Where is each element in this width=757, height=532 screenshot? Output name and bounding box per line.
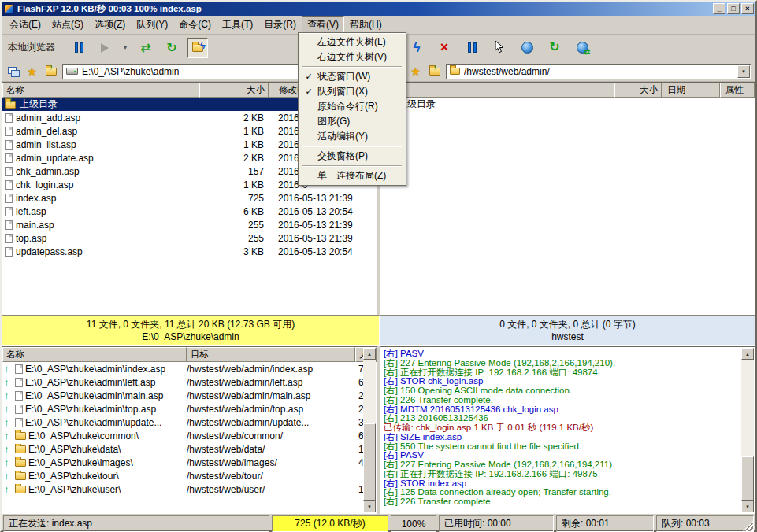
column-header-name[interactable]: 名称 — [380, 83, 614, 98]
view-menu-item[interactable]: 原始命令行(R) — [300, 99, 404, 114]
queue-row[interactable]: ↑ E:\0_ASP\zhuke\admin\index.asp /hwstes… — [2, 362, 377, 375]
scroll-down-button[interactable]: ▼ — [363, 501, 376, 512]
disconnect-button[interactable]: × — [434, 37, 455, 57]
remote-pathbar: ★ ↑ /hwstest/web/admin/ ▼ — [380, 61, 755, 81]
queue-source: E:\0_ASP\zhuke\admin\top.asp — [25, 404, 156, 415]
file-name-cell: ↑ top.asp — [2, 233, 199, 244]
queue-target: /hwstest/web/admin/main.asp — [187, 390, 355, 401]
queue-row[interactable]: ↑ E:\0_ASP\zhuke\images\ /hwstest/web/im… — [2, 456, 377, 469]
column-header-attr[interactable]: 属性 — [720, 83, 755, 98]
close-button[interactable]: × — [741, 3, 754, 14]
swap-arrows-icon: ⇄ — [584, 47, 590, 56]
file-row[interactable]: ↑ left.asp 6 KB 2016-05-13 20:54 — [2, 205, 377, 218]
file-row[interactable]: ↑ 上级目录 — [380, 98, 755, 111]
menubar-item[interactable]: 目录(R) — [258, 16, 302, 34]
column-header-size[interactable]: 大小 — [614, 83, 662, 98]
menubar-item[interactable]: 选项(Z) — [89, 16, 131, 34]
log-line: [右] PASV — [384, 349, 751, 359]
menu-item-label: 队列窗口(X) — [317, 85, 404, 98]
scrollbar-track[interactable] — [363, 360, 376, 501]
lightning-icon: ϟ — [414, 41, 421, 54]
maximize-button[interactable]: □ — [727, 3, 740, 14]
site-manager-button[interactable] — [517, 37, 537, 57]
column-header-size[interactable]: 大小 — [199, 83, 269, 98]
file-icon — [5, 234, 13, 243]
transfer-options-dropdown[interactable]: ▾ — [121, 38, 130, 58]
quick-connect-button[interactable]: ⇄ — [572, 37, 592, 57]
remote-path-dropdown-button[interactable]: ▼ — [737, 65, 750, 78]
queue-scrollbar[interactable]: ▲ ▼ — [363, 348, 376, 512]
connect-button[interactable]: ϟ — [406, 37, 427, 57]
column-header-target[interactable]: 目标 — [187, 347, 355, 362]
pause-transfer-button[interactable] — [69, 38, 89, 58]
folder-tree-toggle-button[interactable] — [6, 64, 20, 79]
log-line: [右] 226 Transfer complete. — [384, 396, 751, 405]
start-transfer-button[interactable] — [95, 38, 115, 58]
view-menu-item[interactable]: ✓ 状态窗口(W) — [300, 69, 404, 84]
file-modified: 2016-05-13 20:54 — [269, 206, 377, 217]
refresh-icon: ↻ — [166, 42, 176, 54]
go-to-folder-button[interactable]: ↑ — [427, 64, 442, 79]
queue-target: /hwstest/web/images/ — [187, 457, 355, 468]
pause-remote-button[interactable] — [462, 37, 482, 57]
queue-row[interactable]: ↑ E:\0_ASP\zhuke\data\ /hwstest/web/data… — [2, 442, 377, 456]
local-info-bar: 11 文件, 0 文件夹, 11 总计 20 KB (12.73 GB 可用) … — [2, 315, 380, 346]
menubar-item[interactable]: 会话(E) — [4, 16, 46, 34]
log-line: [右] STOR chk_login.asp — [384, 377, 751, 386]
info-row: 11 文件, 0 文件夹, 11 总计 20 KB (12.73 GB 可用) … — [2, 315, 755, 346]
check-icon: ✓ — [300, 87, 317, 97]
menubar-item[interactable]: 站点(S) — [46, 16, 89, 34]
swap-sides-button[interactable]: ⇄ — [135, 38, 156, 58]
status-queue-time: 队列: 00:03 — [656, 515, 754, 532]
column-header-name[interactable]: 名称 — [2, 83, 199, 98]
view-menu-item[interactable]: 活动编辑(Y) — [300, 129, 404, 144]
scroll-up-button[interactable]: ▲ — [363, 348, 376, 360]
queue-row[interactable]: ↑ E:\0_ASP\zhuke\admin\update... /hwstes… — [2, 416, 377, 429]
dropdown-arrow-icon: ▼ — [741, 69, 746, 74]
view-menu-item[interactable]: ✓ 队列窗口(X) — [300, 84, 404, 99]
view-menu-item[interactable]: 图形(G) — [300, 114, 404, 129]
view-menu-item[interactable]: 交换窗格(P) — [300, 149, 404, 164]
queue-row[interactable]: ↑ E:\0_ASP\zhuke\admin\main.asp /hwstest… — [2, 389, 377, 402]
refresh-remote-button[interactable]: ↻ — [544, 37, 565, 57]
file-row[interactable]: ↑ top.asp 255 2016-05-13 21:39 — [2, 231, 377, 245]
menubar-item[interactable]: 工具(T) — [217, 16, 258, 34]
scrollbar-thumb[interactable] — [363, 423, 376, 501]
favorites-button[interactable]: ★ — [24, 64, 39, 79]
file-row[interactable]: ↑ main.asp 255 2016-05-13 21:39 — [2, 218, 377, 231]
remote-path-combobox[interactable]: /hwstest/web/admin/ ▼ — [446, 64, 751, 79]
queue-row[interactable]: ↑ E:\0_ASP\zhuke\tour\ /hwstest/web/tour… — [2, 469, 377, 482]
menubar-item[interactable]: 帮助(H) — [344, 16, 388, 34]
menubar-item[interactable]: 队列(Y) — [131, 16, 173, 34]
log-line: [右] PASV — [384, 451, 751, 460]
scrollbar-track[interactable] — [741, 360, 754, 501]
view-menu-item[interactable]: 单一连接布局(Z) — [300, 168, 404, 183]
queue-row[interactable]: ↑ E:\0_ASP\zhuke\admin\top.asp /hwstest/… — [2, 402, 377, 416]
file-row[interactable]: ↑ updatepass.asp 3 KB 2016-05-13 20:54 — [2, 245, 377, 258]
view-menu-item[interactable] — [302, 146, 402, 147]
refresh-local-button[interactable]: ↻ — [161, 38, 182, 58]
app-icon — [4, 4, 14, 13]
scroll-down-button[interactable]: ▼ — [741, 501, 754, 512]
view-menu-item[interactable]: 右边文件夹树(V) — [300, 50, 404, 65]
go-to-folder-button[interactable]: ↑ — [43, 64, 58, 79]
minimize-button[interactable]: _ — [713, 3, 725, 14]
scroll-up-button[interactable]: ▲ — [741, 348, 754, 360]
file-row[interactable]: ↑ index.asp 725 2016-05-13 21:39 — [2, 191, 377, 205]
column-header-date[interactable]: 日期 — [662, 83, 720, 98]
scrollbar-thumb[interactable] — [741, 456, 754, 501]
abort-button[interactable] — [489, 37, 510, 57]
file-name-cell: ↑ admin_list.asp — [2, 139, 199, 150]
queue-row[interactable]: ↑ E:\0_ASP\zhuke\user\ /hwstest/web/user… — [2, 482, 377, 496]
column-header-name[interactable]: 名称 — [2, 347, 187, 362]
queue-row[interactable]: ↑ E:\0_ASP\zhuke\admin\left.asp /hwstest… — [2, 375, 377, 389]
view-menu-item[interactable] — [302, 165, 402, 167]
queue-row[interactable]: ↑ E:\0_ASP\zhuke\common\ /hwstest/web/co… — [2, 429, 377, 442]
view-menu-item[interactable] — [302, 66, 402, 68]
local-browser-mode-button[interactable]: ϟ — [187, 38, 208, 58]
favorites-button[interactable]: ★ — [408, 64, 423, 79]
menubar-item[interactable]: 命令(C) — [173, 16, 217, 34]
view-menu-item[interactable]: 左边文件夹树(L) — [300, 35, 404, 50]
menubar-item[interactable]: 查看(V) — [302, 16, 344, 34]
log-scrollbar[interactable]: ▲ ▼ — [741, 348, 754, 512]
